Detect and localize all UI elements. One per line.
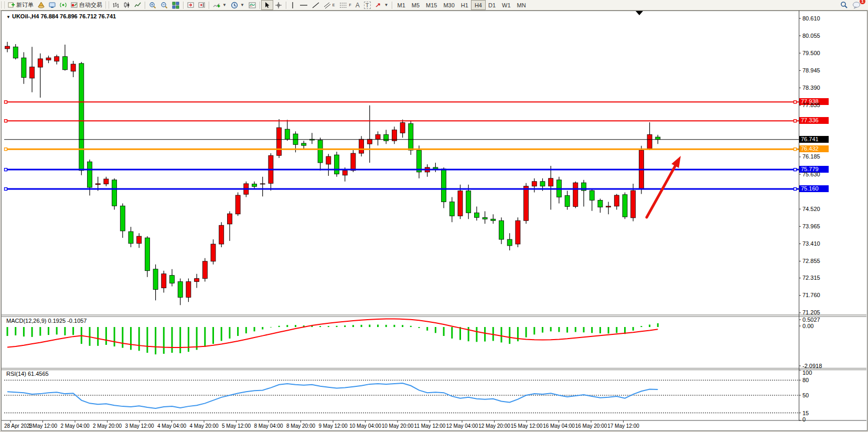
timeframe-m1-button[interactable]: M1 bbox=[394, 1, 408, 9]
timeframe-m5-button[interactable]: M5 bbox=[409, 1, 423, 9]
price-axis-label: 76.185 bbox=[802, 153, 820, 160]
indicators-button[interactable]: ▼ bbox=[211, 1, 229, 9]
signals-button[interactable] bbox=[58, 1, 69, 9]
timeframe-m30-button[interactable]: M30 bbox=[440, 1, 457, 9]
price-axis-label: 72.855 bbox=[802, 258, 820, 264]
mt4-terminal: { "toolbar": { "new_order_label": "新订单",… bbox=[0, 0, 868, 432]
tile-windows-icon bbox=[172, 2, 179, 9]
date-axis-label: 3 May 12:00 bbox=[125, 423, 154, 429]
new-order-button[interactable]: 新订单 bbox=[6, 1, 36, 9]
date-axis-label: 16 May 20:00 bbox=[575, 423, 607, 429]
timeframe-mn-button[interactable]: MN bbox=[514, 1, 529, 9]
chart-title-text: UKOil-,H4 76.884 76.896 76.712 76.741 bbox=[12, 13, 116, 19]
chart-title: ▼ UKOil-,H4 76.884 76.896 76.712 76.741 bbox=[6, 13, 116, 19]
horizontal-line-icon bbox=[299, 2, 308, 9]
zoom-in-button[interactable] bbox=[147, 1, 158, 9]
periods-button[interactable]: ▼ bbox=[229, 1, 247, 9]
terminal-icon bbox=[49, 2, 56, 8]
auto-scroll-button[interactable] bbox=[185, 1, 196, 9]
price-axis-label: 71.205 bbox=[802, 309, 820, 315]
macd-axis-label: 0.5027 bbox=[802, 317, 820, 323]
toolbar-separator bbox=[392, 2, 392, 9]
cursor-icon bbox=[264, 2, 271, 8]
notification-badge: 1 bbox=[860, 0, 865, 4]
crosshair-tool-button[interactable] bbox=[273, 1, 284, 9]
zoom-out-icon bbox=[160, 2, 168, 9]
trendline-icon bbox=[312, 2, 319, 9]
rsi-indicator-label: RSI(14) 61.4565 bbox=[6, 371, 49, 377]
toolbar-separator bbox=[145, 2, 145, 9]
signal-icon bbox=[60, 2, 67, 8]
zoom-in-icon bbox=[149, 2, 156, 9]
rsi-axis-label: 0 bbox=[802, 416, 806, 423]
dropdown-caret-icon: ▼ bbox=[384, 3, 389, 7]
line-chart-mode-button[interactable] bbox=[132, 1, 143, 9]
date-axis-label: 10 May 20:00 bbox=[382, 423, 414, 429]
autotrading-button[interactable]: 自动交易 bbox=[69, 1, 104, 9]
channel-icon bbox=[324, 2, 331, 9]
text-label-tool-button[interactable]: T bbox=[362, 1, 373, 9]
candlestick-mode-button[interactable] bbox=[121, 1, 132, 9]
autotrading-icon bbox=[71, 2, 78, 8]
line-chart-icon bbox=[134, 2, 141, 8]
date-axis-label: 8 May 20:00 bbox=[286, 423, 315, 429]
zoom-out-button[interactable] bbox=[158, 1, 170, 9]
price-level-label: 76.432 bbox=[799, 145, 829, 152]
price-axis-label: 78.945 bbox=[802, 67, 820, 73]
vertical-line-tool-button[interactable] bbox=[288, 1, 297, 9]
date-axis-label: 17 May 12:00 bbox=[607, 423, 639, 429]
notifications-button[interactable]: 1 bbox=[850, 1, 863, 9]
new-order-icon bbox=[8, 2, 15, 8]
date-axis-label: 5 May 12:00 bbox=[222, 423, 251, 429]
timeframe-d1-button[interactable]: D1 bbox=[485, 1, 499, 9]
indicators-icon bbox=[213, 2, 220, 9]
chart-window[interactable] bbox=[1, 10, 867, 431]
date-axis-label: 11 May 12:00 bbox=[414, 423, 446, 429]
price-axis-label: 71.760 bbox=[802, 292, 820, 298]
timeframe-h1-button[interactable]: H1 bbox=[458, 1, 471, 9]
collapse-triangle-icon[interactable]: ▼ bbox=[6, 15, 10, 19]
terminal-button[interactable] bbox=[47, 1, 58, 9]
bar-chart-mode-button[interactable] bbox=[110, 1, 121, 9]
cursor-tool-button[interactable] bbox=[262, 1, 273, 9]
shapes-tool-button[interactable]: ▼ bbox=[373, 1, 391, 9]
macd-indicator-label: MACD(12,26,9) 0.1925 -0.1057 bbox=[6, 318, 87, 324]
main-toolbar: 新订单 自动交易 ▼ ▼ E F A T ▼ M1 M5 M15 M30 H1 … bbox=[0, 0, 868, 10]
price-axis-label: 80.055 bbox=[802, 33, 820, 39]
channel-tag: E bbox=[333, 3, 335, 7]
macd-axis-label: 0.00 bbox=[802, 323, 813, 329]
channel-tool-button[interactable]: E bbox=[322, 1, 337, 9]
trendline-tool-button[interactable] bbox=[310, 1, 322, 9]
fibonacci-tool-button[interactable]: F bbox=[337, 1, 353, 9]
autotrading-label: 自动交易 bbox=[79, 1, 102, 9]
text-label-icon: T bbox=[364, 2, 371, 9]
date-axis-label: 12 May 20:00 bbox=[478, 423, 510, 429]
toolbar-grip[interactable] bbox=[105, 2, 109, 8]
new-order-label: 新订单 bbox=[16, 1, 34, 9]
horizontal-line-tool-button[interactable] bbox=[297, 1, 310, 9]
text-tool-button[interactable]: A bbox=[353, 1, 362, 9]
search-icon bbox=[840, 1, 848, 9]
chart-shift-button[interactable] bbox=[196, 1, 207, 9]
date-axis-label: 10 May 04:00 bbox=[349, 423, 381, 429]
timeframe-h4-button[interactable]: H4 bbox=[471, 1, 485, 9]
macd-axis-label: -2.0918 bbox=[802, 363, 822, 369]
timeframe-w1-button[interactable]: W1 bbox=[499, 1, 514, 9]
tile-windows-button[interactable] bbox=[170, 1, 181, 9]
date-axis-label: 8 May 04:00 bbox=[254, 423, 283, 429]
toolbar-separator bbox=[209, 2, 209, 9]
vertical-line-icon bbox=[290, 2, 295, 9]
toolbar-separator bbox=[260, 2, 260, 9]
rsi-axis-label: 15 bbox=[802, 410, 809, 416]
timeframe-m15-button[interactable]: M15 bbox=[423, 1, 440, 9]
rsi-axis-label: 100 bbox=[802, 370, 812, 376]
date-axis-label: 4 May 20:00 bbox=[189, 423, 218, 429]
templates-button[interactable] bbox=[247, 1, 258, 9]
search-button[interactable] bbox=[838, 1, 850, 9]
price-axis-label: 80.610 bbox=[802, 15, 820, 22]
date-axis-label: 16 May 04:00 bbox=[543, 423, 575, 429]
market-watch-button[interactable] bbox=[36, 1, 47, 9]
rsi-axis-label: 80 bbox=[802, 377, 809, 383]
price-level-label: 75.160 bbox=[799, 185, 829, 192]
toolbar-grip[interactable] bbox=[1, 2, 5, 8]
